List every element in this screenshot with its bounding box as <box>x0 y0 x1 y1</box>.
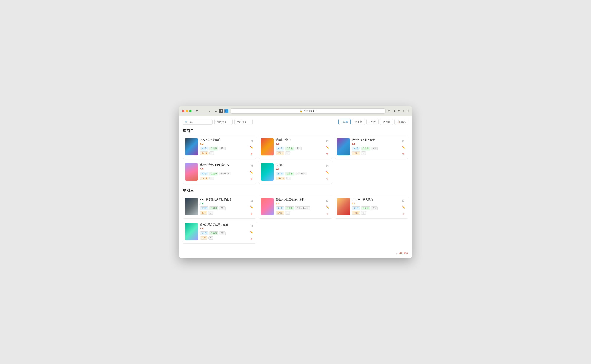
delete-button[interactable]: 🗑 <box>249 151 254 156</box>
anime-card: 成为名垂青史的反派大小…4.6第1季已启用Animerep1 / 13tv🗂✏️… <box>183 161 256 184</box>
close-button[interactable] <box>182 110 184 112</box>
anime-tags: 第1季已启用ANi <box>276 147 323 150</box>
anime-poster <box>185 198 198 215</box>
delete-button[interactable]: 🗑 <box>325 151 330 156</box>
progress-row: 1 / 12tv <box>276 211 323 214</box>
settings-button[interactable]: ⚙ 设置 <box>380 119 393 125</box>
maximize-button[interactable] <box>189 110 192 112</box>
status-tag: 已启用 <box>209 147 218 150</box>
anime-card: 多数欠3.6第1季已启用LoliHouse13 / 24tv🗂✏️🗑 <box>259 161 332 184</box>
archive-button[interactable]: 🗂 <box>401 138 406 143</box>
refresh-icon[interactable]: ↻ <box>388 109 392 113</box>
delete-button[interactable]: 🗑 <box>325 211 330 216</box>
delete-button[interactable]: 🗑 <box>325 176 330 182</box>
status-tag: 已启用 <box>361 206 370 210</box>
edit-button[interactable]: ✏️ <box>401 205 406 210</box>
anime-score: 5.8 <box>352 142 399 145</box>
anime-tags: 第1季已启用ANi <box>352 206 399 210</box>
anime-tags: 第1季已启用ANi <box>352 147 399 150</box>
status-tag: 已启用 <box>209 172 218 176</box>
edit-button[interactable]: ✏️ <box>401 145 406 150</box>
search-box[interactable]: 🔍 <box>183 119 212 124</box>
source-tag: ANi <box>295 147 301 150</box>
forward-button[interactable]: › <box>207 109 212 114</box>
search-icon: 🔍 <box>185 121 188 123</box>
download-icon[interactable]: ⬇ <box>394 109 396 113</box>
back-button[interactable]: ‹ <box>201 109 206 114</box>
archive-button[interactable]: 🗂 <box>249 163 254 168</box>
delete-button[interactable]: 🗑 <box>249 176 254 182</box>
progress-row: 3 / 12tv <box>352 211 399 214</box>
anime-grid-1: Re：从零开始的异世界生活7.6第1季已启用ANi2 / 8tv🗂✏️🗑重生大小… <box>183 196 408 244</box>
infinity-icon[interactable]: ∞ <box>214 109 218 113</box>
delete-button[interactable]: 🗑 <box>249 211 254 216</box>
anime-title: 叹气的亡灵想隐退 <box>200 138 247 142</box>
edit-button[interactable]: ✏️ <box>325 205 330 210</box>
edit-button[interactable]: ✏️ <box>249 230 254 235</box>
day-title-1: 星期三 <box>183 188 408 193</box>
archive-button[interactable]: 🗂 <box>325 163 330 168</box>
anime-score: 7.6 <box>200 202 247 205</box>
archive-button[interactable]: 🗂 <box>249 198 254 203</box>
anime-info: Acro Trip 顶尖恶路6.2第1季已启用ANi3 / 12tv <box>352 198 399 214</box>
edit-button[interactable]: ✏️ <box>325 145 330 150</box>
card-actions: 🗂✏️🗑 <box>249 198 254 216</box>
progress-badge: 2 / 24 <box>276 151 284 155</box>
type-badge: tv <box>285 151 290 155</box>
delete-button[interactable]: 🗑 <box>401 211 406 216</box>
season-tag: 第1季 <box>276 206 284 210</box>
manage-button[interactable]: ≡ 管理 <box>366 119 379 125</box>
s-icon[interactable]: S <box>219 109 223 113</box>
anime-title: 妖怪学校的新人教师！ <box>352 138 399 142</box>
season-tag: 第1季 <box>200 172 208 176</box>
progress-badge: 3 / 12 <box>352 211 360 214</box>
archive-button[interactable]: 🗂 <box>325 138 330 143</box>
sidebar-toggle-button[interactable]: ⊞ <box>194 109 199 114</box>
edit-button[interactable]: ✏️ <box>249 170 254 175</box>
delete-button[interactable]: 🗑 <box>249 236 254 241</box>
anime-tags: 第2季已启用ANi <box>200 231 247 235</box>
progress-row: * / **** <box>200 236 247 240</box>
status-select[interactable]: 已启用 ▾ <box>234 119 252 125</box>
edit-button[interactable]: ✏️ <box>249 145 254 150</box>
new-tab-icon[interactable]: ＋ <box>402 109 405 113</box>
edit-button[interactable]: ✏️ <box>325 170 330 175</box>
refresh-button[interactable]: ↻ 刷新 <box>352 119 365 125</box>
source-tag: ANi <box>219 206 226 210</box>
anime-title: Re：从零开始的异世界生活 <box>200 198 247 201</box>
status-tag: 已启用 <box>361 147 370 150</box>
progress-badge: * / ** <box>200 236 207 240</box>
anime-card: 结缘甘神神社5.8第1季已启用ANi2 / 24tv🗂✏️🗑 <box>259 136 332 159</box>
delete-button[interactable]: 🗑 <box>401 151 406 156</box>
source-tag: ANi <box>371 206 378 210</box>
archive-button[interactable]: 🗂 <box>401 198 406 203</box>
day-section-0: 星期二叹气的亡灵想隐退6.2第1季已启用ANi3 / 13tv🗂✏️🗑结缘甘神神… <box>183 128 408 184</box>
edit-button[interactable]: ✏️ <box>249 205 254 210</box>
progress-row: 13 / 24tv <box>276 176 323 180</box>
people-icon[interactable]: 👥 <box>224 109 228 113</box>
anime-title: 结缘甘神神社 <box>276 138 323 142</box>
address-bar[interactable]: 🔒 192.168.5.4 <box>231 108 385 114</box>
archive-button[interactable]: 🗂 <box>325 198 330 203</box>
anime-title: 重生大小姐正在攻略龙帝… <box>276 198 323 201</box>
log-button[interactable]: 📋 日志 <box>394 119 408 125</box>
toolbar: 🔍 请选择 ▾ 已启用 ▾ + 添加 ↻ 刷新 ≡ 管理 ⚙ 设置 📋 日志 <box>183 119 408 125</box>
tab-grid-icon[interactable]: ⊟ <box>407 109 409 113</box>
status-tag: 已启用 <box>209 206 218 210</box>
archive-button[interactable]: 🗂 <box>249 138 254 143</box>
filter-select[interactable]: 请选择 ▾ <box>214 119 232 125</box>
season-tag: 第1季 <box>352 147 360 150</box>
source-tag: 三明治懒栏组 <box>295 206 310 210</box>
progress-row: 2 / 24tv <box>276 151 323 155</box>
source-tag: ANi <box>371 147 378 150</box>
logout-button[interactable]: ← 退出登录 <box>396 252 408 255</box>
progress-badge: 13 / 24 <box>276 176 285 180</box>
add-button[interactable]: + 添加 <box>339 119 351 125</box>
anime-score: 5.8 <box>276 142 323 145</box>
progress-badge: 3 / 13 <box>200 151 208 155</box>
minimize-button[interactable] <box>186 110 188 112</box>
type-badge: tv <box>361 211 366 214</box>
archive-button[interactable]: 🗂 <box>249 223 254 228</box>
search-input[interactable] <box>189 121 211 123</box>
share-icon[interactable]: ⬆ <box>398 109 400 113</box>
